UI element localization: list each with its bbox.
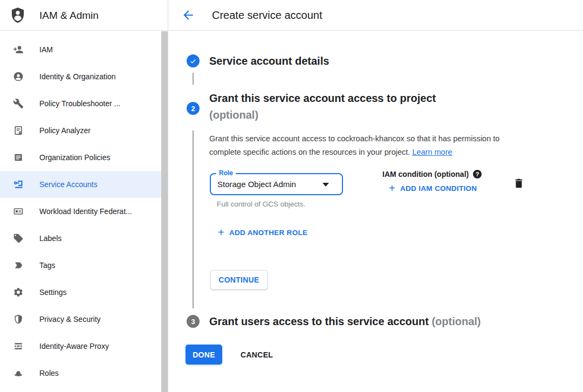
step3-title-text: Grant users access to this service accou… (209, 315, 429, 327)
label-tag-icon (13, 233, 24, 244)
account-circle-icon (13, 71, 24, 82)
step3-number: 3 (191, 318, 195, 326)
learn-more-link[interactable]: Learn more (412, 148, 452, 156)
wrench-icon (13, 98, 24, 109)
main-panel: Create service account Service account d… (169, 0, 583, 392)
help-icon[interactable]: ? (473, 170, 482, 178)
service-account-key-icon (13, 179, 24, 190)
add-iam-condition-label: ADD IAM CONDITION (400, 184, 477, 192)
sidebar-title: IAM & Admin (39, 0, 99, 31)
badge-card-icon (13, 206, 24, 217)
sidebar-item-label: Policy Troubleshooter ... (39, 99, 120, 108)
step2-description: Grant this service account access to coc… (209, 132, 533, 159)
step2-title-text: Grant this service account access to pro… (209, 92, 436, 104)
sidebar-item-workload-identity-federation[interactable]: Workload Identity Federat... (0, 198, 168, 225)
step2-number: 2 (191, 105, 195, 113)
sidebar-item-label: Organization Policies (39, 153, 111, 162)
sidebar-item-settings[interactable]: Settings (0, 279, 168, 306)
sidebar-nav: IAM Identity & Organization Policy Troub… (0, 31, 168, 387)
sidebar-item-policy-troubleshooter[interactable]: Policy Troubleshooter ... (0, 90, 168, 117)
sidebar-item-label: Identity-Aware Proxy (39, 342, 109, 350)
step2-indicator: 2 (187, 102, 200, 115)
sidebar-item-policy-analyzer[interactable]: Policy Analyzer (0, 117, 168, 144)
trash-icon[interactable] (513, 177, 525, 190)
step2-title: Grant this service account access to pro… (209, 90, 511, 123)
stepper-content: Service account details 2 Grant this ser… (169, 31, 583, 392)
gear-icon (13, 287, 24, 298)
sidebar-item-identity-aware-proxy[interactable]: Identity-Aware Proxy (0, 333, 168, 360)
sidebar: IAM & Admin IAM Id (0, 0, 168, 392)
policy-analyzer-icon (13, 125, 24, 136)
step3-optional-label: (optional) (431, 315, 481, 327)
sidebar-item-tags[interactable]: Tags (0, 252, 168, 279)
check-icon (189, 57, 197, 65)
step1-indicator (187, 54, 200, 67)
sidebar-item-organization-policies[interactable]: Organization Policies (0, 144, 168, 171)
sidebar-item-identity-organization[interactable]: Identity & Organization (0, 63, 168, 90)
person-add-icon (13, 44, 24, 55)
sidebar-item-label: Roles (39, 369, 59, 377)
sidebar-item-iam[interactable]: IAM (0, 36, 168, 63)
create-service-account-page: IAM & Admin IAM Id (0, 0, 583, 392)
sidebar-item-labels[interactable]: Labels (0, 225, 168, 252)
sidebar-item-label: Settings (39, 288, 67, 297)
step2-optional-label: (optional) (209, 109, 258, 121)
sidebar-item-service-accounts[interactable]: Service Accounts (0, 171, 168, 198)
sidebar-header: IAM & Admin (0, 0, 168, 31)
plus-icon: + (389, 184, 395, 192)
step3-indicator: 3 (187, 315, 200, 328)
page-title: Create service account (212, 0, 323, 31)
step-connector (193, 73, 194, 85)
sidebar-item-roles[interactable]: Roles (0, 360, 168, 387)
done-button[interactable]: DONE (186, 345, 222, 365)
sidebar-scrollbar[interactable] (161, 31, 168, 392)
sidebar-item-label: Tags (39, 261, 56, 270)
iam-condition-label-text: IAM condition (optional) (382, 170, 469, 178)
sidebar-item-label: Service Accounts (39, 180, 97, 189)
continue-button[interactable]: CONTINUE (210, 270, 268, 290)
add-another-role-button[interactable]: + ADD ANOTHER ROLE (218, 228, 307, 237)
cancel-button[interactable]: CANCEL (241, 345, 273, 365)
add-iam-condition-button[interactable]: + ADD IAM CONDITION (389, 184, 477, 192)
hat-icon (13, 368, 24, 379)
dropdown-caret-icon (323, 183, 329, 187)
sidebar-item-privacy-security[interactable]: Privacy & Security (0, 306, 168, 333)
role-select[interactable]: Role Storage Object Admin (210, 173, 343, 195)
tag-arrow-icon (13, 260, 24, 271)
proxy-grid-icon (13, 341, 24, 352)
document-lines-icon (13, 152, 24, 163)
sidebar-item-label: Policy Analyzer (39, 126, 91, 135)
sidebar-item-label: Privacy & Security (39, 315, 101, 324)
sidebar-item-label: IAM (39, 45, 53, 54)
main-header: Create service account (169, 0, 583, 31)
step3-title: Grant users access to this service accou… (209, 314, 481, 328)
step1-title: Service account details (209, 54, 329, 67)
iam-condition-label: IAM condition (optional) ? (382, 170, 482, 178)
step2-description-text: Grant this service account access to coc… (209, 134, 499, 156)
step-connector (193, 130, 194, 308)
sidebar-item-label: Identity & Organization (39, 72, 116, 81)
iam-shield-icon (10, 6, 25, 24)
half-shield-icon (13, 314, 24, 325)
plus-icon: + (218, 228, 224, 237)
role-selected-value: Storage Object Admin (217, 180, 296, 189)
role-helper-text: Full control of GCS objects. (217, 200, 305, 208)
add-another-role-label: ADD ANOTHER ROLE (229, 229, 307, 237)
sidebar-item-label: Workload Identity Federat... (39, 207, 132, 216)
back-arrow-icon[interactable] (181, 8, 195, 22)
sidebar-item-label: Labels (39, 234, 61, 243)
role-field-label: Role (216, 169, 236, 177)
